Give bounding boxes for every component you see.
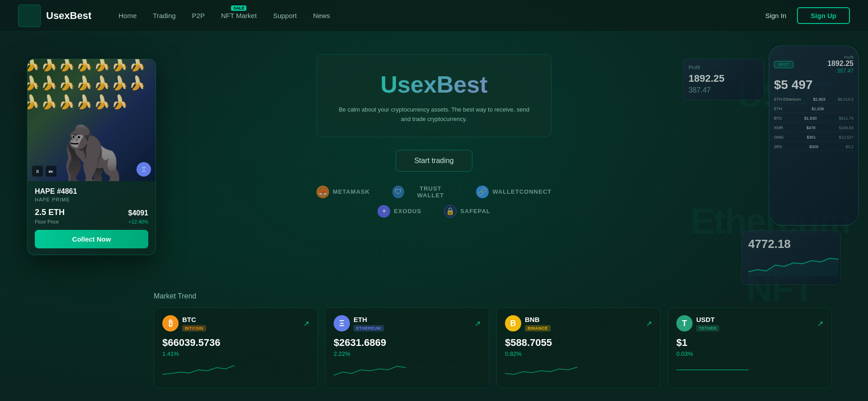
nav-news[interactable]: News <box>313 12 330 19</box>
phone-row-eth2: ETH $1,636 <box>774 105 854 113</box>
nft-card: 🦍 ⏸ ⏭ Ξ HAPE #4861 HAPE PRIME 2.5 ETH $4… <box>27 59 156 255</box>
usdt-tag: TETHER <box>696 325 719 331</box>
ticker-card-usdt[interactable]: T USDT TETHER ↗ $1 0.03% <box>668 308 832 388</box>
phone-profit: Profit 1892.25 387.47 <box>827 55 854 74</box>
sign-in-button[interactable]: Sign In <box>765 12 787 19</box>
eth-trend-arrow: ↗ <box>475 319 481 328</box>
collect-button[interactable]: Collect Now <box>35 230 148 248</box>
phone-row-xmr: XMR $478 $169.83 <box>774 124 854 132</box>
profit-secondary: 387.47 <box>689 86 758 94</box>
usdt-icon: T <box>676 315 693 331</box>
profit-label: Profit <box>827 55 854 60</box>
sale-badge: SALE <box>231 5 246 11</box>
nft-eth-price: 2.5 ETH <box>35 208 65 217</box>
mini-chart <box>748 254 839 276</box>
bnb-price: $588.7055 <box>505 337 652 349</box>
bnb-ticker-left: B BNB BINANCE <box>505 315 551 331</box>
phone-row-omg: OMG $361 $13,527 <box>774 134 854 141</box>
nav-actions: Sign In Sign Up <box>765 7 850 24</box>
wallet-row-1: 🦊 METAMASK 🛡 Trust Wallet 🔗 WalletConnec… <box>316 185 552 199</box>
brand-name: UsexBest <box>46 10 91 22</box>
nft-price-row: 2.5 ETH $4091 <box>35 208 148 217</box>
phone-row-eth: ETH Ethereum $2,903 $8,019.5 <box>774 96 854 103</box>
walletconnect-icon: 🔗 <box>476 186 489 198</box>
sign-up-button[interactable]: Sign Up <box>797 7 850 24</box>
nft-controls: ⏸ ⏭ <box>32 166 57 177</box>
usdt-change: 0.03% <box>676 350 823 357</box>
spot-badge: SPOT <box>774 61 793 68</box>
usdt-trend-arrow: ↗ <box>817 319 823 328</box>
bnb-change: 0.82% <box>505 350 652 357</box>
phone-screen: SPOT Profit 1892.25 387.47 $5 497 ETH Et… <box>769 46 858 155</box>
btc-ticker-top: ₿ BTC BITCOIN ↗ <box>162 315 309 331</box>
nft-floor-label: Floor Price <box>35 219 59 224</box>
trustwallet-icon: 🛡 <box>392 186 404 198</box>
nft-info: HAPE #4861 HAPE PRIME 2.5 ETH $4091 Floo… <box>28 181 156 255</box>
hero-card: UsexBest Be calm about your cryptocurren… <box>316 54 552 137</box>
start-trading-button[interactable]: Start trading <box>396 150 472 172</box>
nft-usd-price: $4091 <box>128 209 149 217</box>
profit-sub: 387.47 <box>827 68 854 74</box>
wallet-row-2: ✦ EXODUS 🔒 SafePal <box>377 205 491 218</box>
eth-symbol: ETH <box>354 316 384 323</box>
eth-ticker-top: Ξ ETH ETHEREUM ↗ <box>334 315 481 331</box>
bnb-tag: BINANCE <box>525 325 551 331</box>
wallet-logos: 🦊 METAMASK 🛡 Trust Wallet 🔗 WalletConnec… <box>316 185 552 218</box>
usdt-price: $1 <box>676 337 823 349</box>
profit-main: 1892.25 <box>689 73 758 84</box>
btc-tag: BITCOIN <box>182 325 206 331</box>
safepal-icon: 🔒 <box>444 205 457 218</box>
bnb-ticker-top: B BNB BINANCE ↗ <box>505 315 652 331</box>
phone-mockup: SPOT Profit 1892.25 387.47 $5 497 ETH Et… <box>769 45 859 226</box>
eth-badge: Ξ <box>137 162 151 177</box>
safepal-label: SafePal <box>460 208 491 214</box>
bnb-icon: B <box>505 315 521 331</box>
hero-center: UsexBest Be calm about your cryptocurren… <box>316 54 552 218</box>
btc-price: $66039.5736 <box>162 337 309 349</box>
bnb-name-group: BNB BINANCE <box>525 316 551 331</box>
nav-trading[interactable]: Trading <box>153 12 175 19</box>
nav-home[interactable]: Home <box>118 12 137 19</box>
trustwallet-wallet[interactable]: 🛡 Trust Wallet <box>392 185 453 199</box>
market-title: Market Trend <box>154 292 854 300</box>
eth-name-group: ETH ETHEREUM <box>354 316 384 331</box>
nav-logo[interactable]: UsexBest <box>18 5 91 27</box>
exodus-wallet[interactable]: ✦ EXODUS <box>377 205 421 218</box>
eth-ticker-left: Ξ ETH ETHEREUM <box>334 315 384 331</box>
nav-links: Home Trading P2P SALE NFT Market Support… <box>118 12 765 19</box>
nft-collection: HAPE PRIME <box>35 197 148 202</box>
eth-tag: ETHEREUM <box>354 325 384 331</box>
ticker-card-bnb[interactable]: B BNB BINANCE ↗ $588.7055 0.82% <box>496 308 660 388</box>
phone-rows: ETH Ethereum $2,903 $8,019.5 ETH $1,636 … <box>774 96 854 151</box>
phone-price-big: $5 497 <box>774 78 854 92</box>
metamask-wallet[interactable]: 🦊 METAMASK <box>316 186 370 198</box>
ticker-card-btc[interactable]: ₿ BTC BITCOIN ↗ $66039.5736 1.41% <box>154 308 318 388</box>
trustwallet-label: Trust Wallet <box>408 185 454 199</box>
phone-row-zrx: ZRX $309 $3.2 <box>774 143 854 151</box>
bnb-symbol: BNB <box>525 316 551 323</box>
eth-icon: Ξ <box>334 315 350 331</box>
btc-change: 1.41% <box>162 350 309 357</box>
nft-image: 🦍 ⏸ ⏭ Ξ <box>28 59 156 181</box>
nav-support[interactable]: Support <box>273 12 297 19</box>
nav-nft-market[interactable]: SALE NFT Market <box>221 12 257 19</box>
walletconnect-wallet[interactable]: 🔗 WalletConnect <box>476 186 552 198</box>
hero-section: USDT Ethereum NFT 🦍 ⏸ ⏭ Ξ HAPE #4861 HAP… <box>0 32 868 401</box>
usdt-name-group: USDT TETHER <box>696 316 719 331</box>
nav-p2p[interactable]: P2P <box>192 12 205 19</box>
btc-symbol: BTC <box>182 316 206 323</box>
nft-price-change: +12.40% <box>128 219 148 224</box>
exodus-label: EXODUS <box>394 208 421 214</box>
phone-header: SPOT Profit 1892.25 387.47 <box>774 55 854 74</box>
pause-icon[interactable]: ⏸ <box>32 166 43 177</box>
btc-name-group: BTC BITCOIN <box>182 316 206 331</box>
navbar: UsexBest Home Trading P2P SALE NFT Marke… <box>0 0 868 32</box>
exodus-icon: ✦ <box>377 205 390 218</box>
btc-icon: ₿ <box>162 315 179 331</box>
metamask-icon: 🦊 <box>316 186 329 198</box>
safepal-wallet[interactable]: 🔒 SafePal <box>444 205 491 218</box>
ticker-card-eth[interactable]: Ξ ETH ETHEREUM ↗ $2631.6869 2.22% <box>325 308 489 388</box>
hero-title: UsexBest <box>335 71 533 98</box>
next-icon[interactable]: ⏭ <box>46 166 57 177</box>
eth-sparkline <box>334 361 406 379</box>
